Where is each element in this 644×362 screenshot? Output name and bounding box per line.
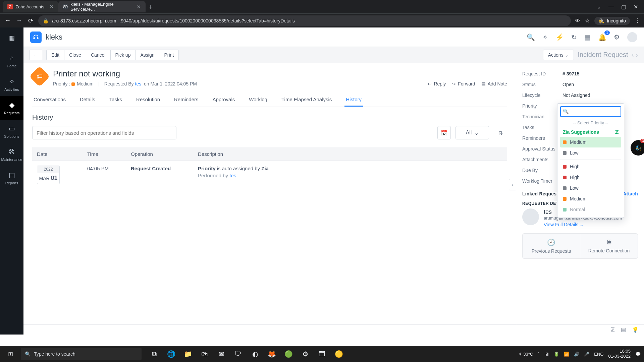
tab-time-elapsed[interactable]: Time Elapsed Analysis — [280, 93, 333, 107]
vscode-icon[interactable]: 🗔 — [315, 347, 329, 361]
remote-connection-card[interactable]: 🖥Remote Connection — [580, 234, 638, 258]
history-icon[interactable]: ↻ — [571, 33, 577, 41]
tab-history[interactable]: History — [344, 93, 363, 107]
tray-lang[interactable]: ENG — [594, 352, 603, 357]
tab-close-icon[interactable]: ✕ — [137, 4, 141, 9]
browser-tab[interactable]: SD kleks - ManageEngine ServiceDe… ✕ — [58, 1, 146, 12]
zia-strip-icon[interactable]: ℤ — [611, 326, 615, 333]
mail-icon[interactable]: ✉ — [214, 347, 229, 361]
cancel-button[interactable]: Cancel — [86, 50, 111, 60]
store-icon[interactable]: 🛍 — [197, 347, 212, 361]
priority-option[interactable]: Low — [560, 183, 621, 193]
weather-widget[interactable]: ☀ 33°C — [518, 352, 533, 357]
task-view-icon[interactable]: ⧉ — [147, 347, 162, 361]
bell-icon[interactable]: 🔔1 — [598, 33, 606, 41]
tray-mic-icon[interactable]: 🎤 — [584, 352, 589, 357]
url-field[interactable]: 🔒 aru-8173.csez.zohocorpin.com:9040/app/… — [38, 15, 571, 26]
pickup-button[interactable]: Pick up — [110, 50, 136, 60]
forward-button[interactable]: ↪ Forward — [452, 81, 475, 86]
rail-item-activities[interactable]: ✧Activities — [0, 73, 23, 96]
next-request-icon[interactable]: › — [636, 51, 638, 59]
tray-wifi-icon[interactable]: 📶 — [564, 352, 569, 357]
zia-floating-button[interactable]: 🧞 31 — [631, 140, 644, 156]
window-close-icon[interactable]: ✕ — [634, 4, 638, 10]
bulb-strip-icon[interactable]: 💡 — [632, 326, 639, 333]
rail-item-reports[interactable]: ▤Reports — [0, 166, 23, 190]
gear-icon[interactable]: ⚙ — [614, 33, 620, 41]
priority-option[interactable]: Low — [560, 147, 621, 158]
avatar[interactable] — [627, 32, 637, 42]
sort-icon[interactable]: ⇅ — [494, 126, 507, 139]
field-value[interactable]: Open — [562, 82, 638, 87]
apps-grid-icon[interactable]: ▦ — [6, 32, 17, 44]
chrome-icon[interactable]: 🟢 — [281, 347, 296, 361]
edit-button[interactable]: Edit — [46, 50, 64, 60]
tray-battery-icon[interactable]: 🔋 — [554, 352, 559, 357]
rail-item-requests[interactable]: ◆Requests — [0, 96, 23, 120]
priority-option[interactable]: High — [560, 172, 621, 183]
tab-reminders[interactable]: Reminders — [173, 93, 200, 107]
tab-conversations[interactable]: Conversations — [32, 93, 67, 107]
reply-button[interactable]: ↩ Reply — [428, 81, 446, 86]
tray-chevron-icon[interactable]: ˄ — [538, 352, 540, 357]
view-full-details-link[interactable]: View Full Details ⌄ — [544, 222, 622, 227]
tab-tasks[interactable]: Tasks — [108, 93, 123, 107]
tab-details[interactable]: Details — [78, 93, 97, 107]
search-icon[interactable]: 🔍 — [527, 33, 535, 41]
browser-tab[interactable]: Z Zoho Accounts ✕ — [3, 1, 58, 12]
tab-worklog[interactable]: Worklog — [248, 93, 269, 107]
start-button[interactable]: ⊞ — [3, 350, 17, 358]
chrome-canary-icon[interactable]: 🟡 — [331, 347, 346, 361]
chevron-down-icon[interactable]: ⌄ — [597, 4, 601, 10]
brand[interactable]: kleks — [30, 32, 62, 43]
action-center-icon[interactable]: 💬 — [635, 352, 641, 357]
tray-monitor-icon[interactable]: 🖥 — [545, 352, 549, 357]
rail-item-maintenance[interactable]: 🛠Maintenance — [0, 143, 23, 166]
priority-option[interactable]: Medium — [560, 193, 621, 204]
tab-close-icon[interactable]: ✕ — [50, 4, 54, 9]
incognito-indicator[interactable]: 🕵 Incognito — [594, 17, 630, 25]
chat-icon[interactable]: ✧ — [542, 33, 548, 41]
bolt-icon[interactable]: ⚡ — [555, 33, 564, 41]
eclipse-icon[interactable]: ◐ — [248, 347, 262, 361]
notes-strip-icon[interactable]: ▤ — [621, 326, 626, 333]
new-tab-button[interactable]: ＋ — [146, 2, 156, 11]
add-note-button[interactable]: ▤ Add Note — [481, 81, 507, 86]
print-button[interactable]: Print — [159, 50, 179, 60]
close-button[interactable]: Close — [64, 50, 86, 60]
gear-app-icon[interactable]: ⚙ — [298, 347, 313, 361]
tab-resolution[interactable]: Resolution — [135, 93, 161, 107]
history-filter-input[interactable] — [32, 126, 176, 139]
date-filter-icon[interactable]: 📅 — [437, 126, 451, 139]
requester-link[interactable]: tes — [135, 81, 142, 86]
nav-back-icon[interactable]: ← — [4, 17, 11, 24]
priority-search-input[interactable] — [560, 106, 621, 117]
prev-request-icon[interactable]: ‹ — [632, 51, 634, 59]
window-maximize-icon[interactable]: ▢ — [621, 4, 626, 10]
performer-link[interactable]: tes — [229, 173, 236, 178]
edge-icon[interactable]: 🌐 — [164, 347, 178, 361]
history-scope-select[interactable]: All⌄ — [455, 126, 489, 139]
taskbar-clock[interactable]: 16:05 01-03-2022 — [608, 349, 631, 359]
assign-button[interactable]: Assign — [135, 50, 159, 60]
notes-icon[interactable]: ▤ — [584, 33, 591, 41]
back-button[interactable]: ← — [30, 50, 42, 60]
field-value[interactable]: Not Assigned — [562, 93, 638, 98]
priority-option[interactable]: Normal — [560, 204, 621, 215]
nav-reload-icon[interactable]: ⟳ — [27, 17, 34, 24]
rail-item-home[interactable]: ⌂Home — [0, 50, 23, 73]
taskbar-search[interactable]: 🔍 Type here to search — [21, 348, 142, 360]
browser-menu-icon[interactable]: ⋮ — [635, 17, 640, 24]
actions-dropdown[interactable]: Actions ⌄ — [543, 50, 574, 60]
priority-option[interactable]: Medium — [560, 137, 621, 147]
rail-item-solutions[interactable]: ▭Solutions — [0, 120, 23, 143]
eye-off-icon[interactable]: 👁 — [575, 18, 580, 24]
collapse-side-panel-icon[interactable]: › — [509, 179, 516, 190]
bookmark-star-icon[interactable]: ☆ — [585, 17, 590, 24]
window-minimize-icon[interactable]: ― — [608, 4, 614, 10]
tray-volume-icon[interactable]: 🔊 — [574, 352, 579, 357]
priority-option[interactable]: High — [560, 161, 621, 172]
previous-requests-card[interactable]: 🕘Previous Requests — [523, 234, 580, 258]
tab-approvals[interactable]: Approvals — [211, 93, 236, 107]
firefox-icon[interactable]: 🦊 — [264, 347, 279, 361]
